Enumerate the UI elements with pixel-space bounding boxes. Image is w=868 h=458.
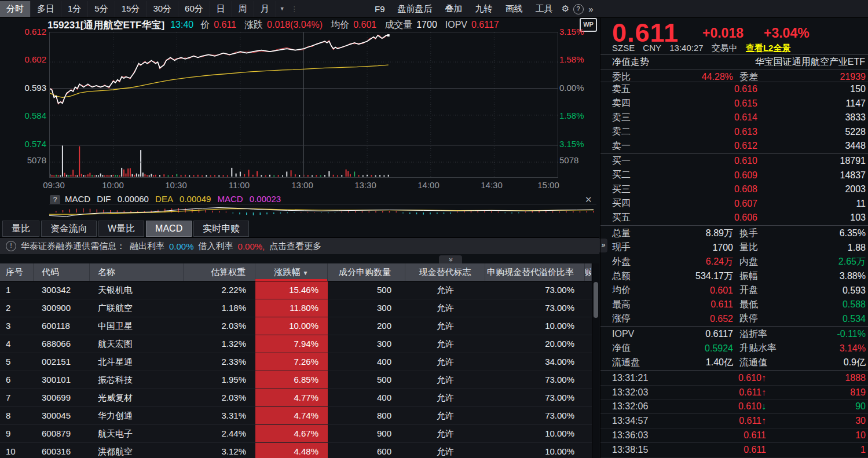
- ask-level[interactable]: 卖五0.616150: [600, 82, 868, 97]
- cell: 洪都航空: [90, 443, 184, 458]
- notice-more-link[interactable]: 点击查看更多: [269, 241, 321, 252]
- tool-button-F9[interactable]: F9: [368, 2, 391, 16]
- notice-bar[interactable]: ! 华泰证券融券通供需信息： 融出利率 0.00% 借入利率 0.00%, 点击…: [0, 237, 599, 254]
- bid-level[interactable]: 买二0.60914837: [600, 168, 868, 183]
- down-arrow-icon: ↓: [761, 401, 766, 411]
- up-arrow-icon: ↑: [761, 373, 766, 383]
- table-row[interactable]: 3600118中国卫星2.03%10.00%200允许10.00%: [0, 317, 592, 335]
- column-header-现金替代标志[interactable]: 现金替代标志: [405, 263, 485, 281]
- level-qty: 18791: [757, 156, 866, 166]
- cell: 1: [0, 281, 34, 299]
- period-tab-5分[interactable]: 5分: [88, 1, 115, 17]
- period-tab-周[interactable]: 周: [232, 1, 254, 17]
- cell-clipped: [585, 281, 592, 299]
- tab-实时申赎[interactable]: 实时申赎: [193, 221, 249, 237]
- instrument-code-name[interactable]: 159231[通用航空ETF华宝]: [47, 19, 164, 32]
- divider: [600, 225, 868, 226]
- macd-mini-chart[interactable]: [49, 204, 596, 219]
- price-value: 0.611: [214, 20, 236, 30]
- ask-level[interactable]: 卖四0.6151147: [600, 97, 868, 111]
- right-axis-label: 0.00%: [559, 83, 594, 93]
- period-tab-日[interactable]: 日: [210, 1, 232, 17]
- ask-level[interactable]: 卖一0.6123448: [600, 139, 868, 153]
- period-tab-15分[interactable]: 15分: [115, 1, 147, 17]
- right-axis-label: 1.58%: [559, 111, 594, 120]
- period-tab-多日[interactable]: 多日: [31, 1, 61, 17]
- cell: 10.00%: [485, 317, 585, 335]
- intraday-chart-svg: [50, 32, 558, 177]
- table-collapse-chevron[interactable]: »: [439, 255, 462, 263]
- table-row[interactable]: 4688066航天宏图1.32%7.94%300允许20.00%: [0, 335, 592, 353]
- cell: 11.80%: [255, 299, 328, 317]
- bid-level[interactable]: 买一0.61018791: [600, 154, 868, 168]
- period-tab-30分[interactable]: 30分: [147, 1, 178, 17]
- more-tools-icon[interactable]: »: [585, 4, 598, 14]
- column-header-估算权重[interactable]: 估算权重: [184, 263, 255, 281]
- table-scrollbar-thumb[interactable]: [594, 282, 598, 318]
- cell: 航天宏图: [90, 335, 184, 353]
- level-label: 卖五: [612, 83, 664, 96]
- period-tab-分时[interactable]: 分时: [0, 1, 31, 17]
- nav-label[interactable]: 净值走势: [612, 56, 649, 68]
- components-table: 序号代码名称估算权重涨跌幅▼成分申购数量现金替代标志申购现金替代溢价比率赎130…: [0, 263, 592, 458]
- bid-level[interactable]: 买五0.606103: [600, 211, 868, 225]
- stat-label: 换手: [733, 228, 803, 240]
- cell: 2.44%: [184, 425, 255, 442]
- cell: 1.18%: [184, 299, 255, 317]
- table-row[interactable]: 9600879航天电子2.44%4.67%900允许10.00%: [0, 425, 592, 443]
- stat-label: 均价: [612, 284, 664, 296]
- period-tab-月[interactable]: 月: [254, 1, 276, 17]
- column-header-申购现金替代溢价比率[interactable]: 申购现金替代溢价比率: [485, 263, 585, 281]
- level-price: 0.615: [664, 98, 757, 109]
- stat-value: 0.5924: [664, 343, 733, 354]
- bid-level[interactable]: 买三0.6082003: [600, 182, 868, 197]
- table-row[interactable]: 10600316洪都航空3.12%4.48%600允许10.00%: [0, 443, 592, 458]
- tool-button-画线[interactable]: 画线: [499, 1, 529, 17]
- ask-level[interactable]: 卖二0.6135228: [600, 125, 868, 140]
- cell: 8: [0, 407, 34, 424]
- table-row[interactable]: 8300045华力创通3.31%4.74%800允许73.00%: [0, 407, 592, 425]
- tab-MACD[interactable]: MACD: [146, 221, 192, 237]
- l2-link[interactable]: 查看L2全景: [746, 43, 791, 53]
- column-header-成分申购数量[interactable]: 成分申购数量: [328, 263, 405, 281]
- table-scrollbar[interactable]: [592, 263, 599, 458]
- level-qty: 3448: [757, 141, 866, 151]
- stat-value: 0.652: [664, 314, 733, 324]
- cell: 允许: [405, 317, 485, 335]
- table-row[interactable]: 7300699光威复材2.03%4.77%400允许73.00%: [0, 389, 592, 407]
- bid-level[interactable]: 买四0.60711: [600, 197, 868, 211]
- fund-name: 华宝国证通用航空产业ETF: [755, 56, 865, 68]
- table-row[interactable]: 1300342天银机电2.22%15.46%500允许73.00%: [0, 281, 592, 299]
- tab-资金流向[interactable]: 资金流向: [41, 221, 97, 237]
- period-dropdown-icon[interactable]: ▼: [276, 6, 288, 12]
- macd-help-icon[interactable]: ?: [50, 195, 60, 204]
- table-row[interactable]: 6300101振芯科技1.95%6.85%500允许73.00%: [0, 371, 592, 389]
- column-header-涨跌幅[interactable]: 涨跌幅▼: [255, 263, 328, 281]
- period-tab-1分[interactable]: 1分: [61, 1, 88, 17]
- tab-量比[interactable]: 量比: [2, 221, 39, 237]
- table-row[interactable]: 5002151北斗星通2.33%7.26%400允许34.00%: [0, 353, 592, 371]
- level-label: 买一: [612, 155, 664, 167]
- stat-value: 0.588: [803, 299, 866, 310]
- ask-level[interactable]: 卖三0.6143833: [600, 111, 868, 125]
- tool-button-工具[interactable]: 工具: [529, 1, 559, 17]
- column-header-名称[interactable]: 名称: [90, 263, 184, 281]
- help-icon[interactable]: ?: [572, 3, 585, 14]
- help-circle-glyph: ?: [573, 4, 584, 14]
- tab-W量比[interactable]: W量比: [98, 221, 144, 237]
- period-tab-60分[interactable]: 60分: [178, 1, 210, 17]
- intraday-chart[interactable]: [49, 32, 558, 178]
- price-label: 价: [200, 19, 210, 31]
- indicator-tabs: 量比资金流向W量比MACD实时申赎: [2, 221, 249, 237]
- table-row[interactable]: 2300900广联航空1.18%11.80%300允许73.00%: [0, 299, 592, 317]
- tool-button-盘前盘后[interactable]: 盘前盘后: [391, 1, 439, 17]
- tool-button-叠加[interactable]: 叠加: [439, 1, 469, 17]
- column-header-序号[interactable]: 序号: [0, 263, 34, 281]
- tick-price: 0.610↑: [676, 373, 766, 383]
- stat-value: 2.65万: [803, 256, 866, 268]
- gear-icon[interactable]: ⚙: [559, 3, 572, 14]
- column-header-代码[interactable]: 代码: [34, 263, 90, 281]
- tool-button-九转[interactable]: 九转: [469, 1, 499, 17]
- stat-value: 0.9亿: [803, 357, 866, 369]
- weibi-value: 44.28%: [664, 72, 733, 82]
